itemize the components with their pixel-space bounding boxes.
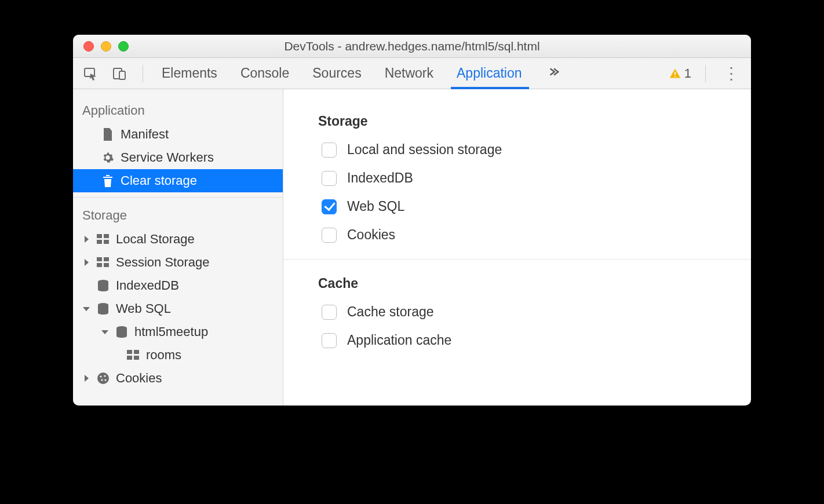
table-icon: [96, 257, 110, 268]
sidebar-item-web-sql-table[interactable]: rooms: [73, 344, 283, 367]
checkbox[interactable]: [322, 333, 337, 348]
svg-rect-17: [134, 350, 139, 354]
svg-point-24: [104, 379, 106, 381]
warnings-indicator[interactable]: 1: [669, 66, 691, 81]
chevron-right-icon[interactable]: [82, 375, 90, 382]
storage-section: Storage Local and session storage Indexe…: [283, 89, 751, 259]
window-title: DevTools - andrew.hedges.name/html5/sql.…: [73, 39, 751, 53]
svg-rect-6: [104, 234, 109, 238]
option-label: IndexedDB: [347, 170, 413, 186]
option-cache-storage[interactable]: Cache storage: [322, 304, 710, 320]
inspect-element-icon[interactable]: [81, 64, 100, 83]
sidebar-item-service-workers[interactable]: Service Workers: [73, 146, 283, 169]
option-cookies[interactable]: Cookies: [322, 227, 710, 243]
checkbox[interactable]: [322, 228, 337, 243]
device-toggle-icon[interactable]: [110, 64, 129, 83]
sidebar-item-web-sql[interactable]: Web SQL: [73, 297, 283, 320]
chevron-down-icon[interactable]: [82, 306, 90, 312]
option-label: Cookies: [347, 227, 395, 243]
sidebar-item-cookies[interactable]: Cookies: [73, 367, 283, 390]
svg-point-22: [104, 375, 105, 377]
svg-rect-3: [674, 71, 676, 75]
sidebar-item-local-storage[interactable]: Local Storage: [73, 228, 283, 251]
svg-rect-5: [97, 234, 102, 238]
option-web-sql[interactable]: Web SQL: [322, 199, 710, 214]
sidebar-item-clear-storage[interactable]: Clear storage: [73, 169, 283, 192]
sidebar-item-label: rooms: [146, 348, 181, 363]
tab-elements[interactable]: Elements: [161, 59, 218, 88]
database-icon: [96, 279, 110, 292]
sidebar-item-label: Clear storage: [121, 173, 197, 188]
svg-rect-11: [97, 263, 102, 267]
svg-point-20: [97, 372, 109, 384]
traffic-lights: [73, 41, 129, 52]
sidebar-group-application: Application: [73, 97, 283, 123]
separator: [143, 65, 143, 82]
sidebar-item-manifest[interactable]: Manifest: [73, 123, 283, 146]
checkbox[interactable]: [322, 199, 337, 214]
tab-console[interactable]: Console: [239, 59, 290, 88]
svg-rect-19: [134, 356, 139, 360]
checkbox[interactable]: [322, 305, 337, 320]
sidebar-item-web-sql-database[interactable]: html5meetup: [73, 320, 283, 344]
svg-point-23: [101, 379, 103, 381]
svg-rect-16: [127, 350, 132, 354]
option-label: Cache storage: [347, 304, 434, 320]
trash-icon: [101, 174, 115, 187]
svg-point-21: [100, 375, 101, 377]
tab-network[interactable]: Network: [384, 59, 435, 88]
titlebar: DevTools - andrew.hedges.name/html5/sql.…: [73, 35, 751, 58]
tabs-overflow-icon[interactable]: [548, 64, 560, 82]
checkbox[interactable]: [322, 143, 337, 158]
database-icon: [96, 302, 110, 315]
sidebar-group-storage: Storage: [73, 202, 283, 228]
devtools-body: Application Manifest Service Workers Cle…: [73, 89, 751, 406]
svg-rect-12: [104, 263, 109, 267]
section-title: Storage: [318, 114, 710, 129]
svg-rect-18: [127, 356, 132, 360]
svg-rect-4: [674, 76, 676, 77]
document-icon: [101, 128, 115, 141]
option-application-cache[interactable]: Application cache: [322, 333, 710, 348]
sidebar-item-session-storage[interactable]: Session Storage: [73, 251, 283, 274]
sidebar-item-label: Local Storage: [116, 232, 195, 247]
close-window-button[interactable]: [83, 41, 94, 52]
section-title: Cache: [318, 276, 710, 291]
application-sidebar: Application Manifest Service Workers Cle…: [73, 89, 283, 406]
sidebar-item-label: Web SQL: [116, 301, 171, 316]
devtools-tabs: Elements Console Sources Network Applica…: [161, 59, 560, 88]
sidebar-item-label: Cookies: [116, 371, 162, 386]
chevron-right-icon[interactable]: [82, 236, 90, 243]
sidebar-item-label: Manifest: [121, 127, 169, 142]
sidebar-item-label: Service Workers: [121, 150, 214, 165]
clear-storage-panel: Storage Local and session storage Indexe…: [283, 89, 751, 406]
minimize-window-button[interactable]: [101, 41, 111, 52]
table-icon: [126, 350, 140, 360]
tab-sources[interactable]: Sources: [311, 59, 362, 88]
option-indexeddb[interactable]: IndexedDB: [322, 170, 710, 186]
tab-application[interactable]: Application: [455, 59, 523, 88]
option-local-session-storage[interactable]: Local and session storage: [322, 142, 710, 158]
svg-rect-2: [119, 71, 125, 79]
option-label: Local and session storage: [347, 142, 502, 158]
sidebar-item-label: Session Storage: [116, 255, 209, 270]
chevron-down-icon[interactable]: [101, 329, 109, 335]
svg-rect-8: [104, 240, 109, 244]
devtools-window: DevTools - andrew.hedges.name/html5/sql.…: [73, 35, 751, 406]
cache-section: Cache Cache storage Application cache: [283, 259, 751, 364]
option-label: Application cache: [347, 333, 451, 348]
sidebar-item-label: html5meetup: [134, 324, 208, 339]
sidebar-item-indexeddb[interactable]: IndexedDB: [73, 274, 283, 297]
database-icon: [115, 326, 129, 338]
chevron-right-icon[interactable]: [82, 259, 90, 266]
zoom-window-button[interactable]: [118, 41, 129, 52]
cookie-icon: [96, 372, 110, 385]
sidebar-item-label: IndexedDB: [116, 278, 179, 293]
option-label: Web SQL: [347, 199, 404, 214]
table-icon: [96, 234, 110, 244]
svg-rect-9: [97, 257, 102, 261]
svg-rect-10: [104, 257, 109, 261]
settings-menu-icon[interactable]: ⋮: [720, 65, 743, 82]
checkbox[interactable]: [322, 171, 337, 186]
devtools-tabbar: Elements Console Sources Network Applica…: [73, 58, 751, 89]
